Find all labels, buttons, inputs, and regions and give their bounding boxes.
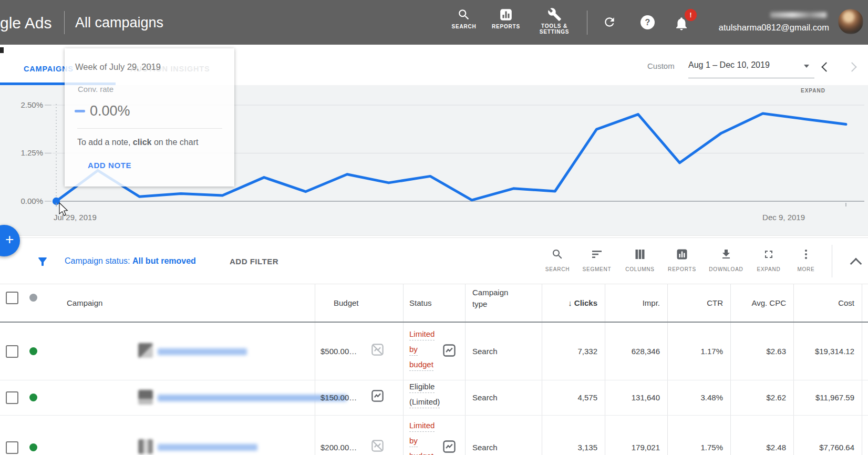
campaign-name-redacted[interactable] [158,444,257,451]
status-dot-filter[interactable] [29,294,37,302]
col-divider [793,284,794,455]
filterbar-bottom-border [0,284,868,284]
col-divider [542,284,542,455]
status-cell[interactable]: Limited by budget [409,421,435,455]
topbar-tools-label-2: SETTINGS [533,29,575,35]
avatar[interactable] [838,9,863,34]
series-swatch-icon [75,110,85,112]
col-header-campaign-type[interactable]: Campaign type [472,287,508,310]
budget-value[interactable]: $500.00… [321,347,357,356]
reports-icon [499,8,513,22]
account-name-redacted [770,12,826,18]
daterange-prev-icon[interactable] [821,62,831,71]
download-icon [720,248,732,261]
columns-button[interactable]: COLUMNS [620,248,660,272]
y-tick-label-bottom: 0.00% [5,197,43,205]
budget-history-icon-disabled[interactable] [370,439,385,453]
col-header-campaign[interactable]: Campaign [67,298,102,307]
status-cell[interactable]: Eligible (Limited) [409,382,440,408]
status-cell[interactable]: Limited by budget [409,329,435,371]
col-header-budget[interactable]: Budget [334,298,359,307]
cpc-value: $2.48 [730,443,786,452]
page-title: All campaigns [75,15,163,31]
budget-history-icon-disabled[interactable] [370,343,385,357]
daterange-next-icon[interactable] [847,62,856,71]
x-axis-label-start: Jul 29, 2019 [54,213,97,222]
row-checkbox[interactable] [6,441,18,454]
add-note-button[interactable]: ADD NOTE [88,161,131,170]
x-axis-label-end: Dec 9, 2019 [726,213,805,222]
more-button[interactable]: MORE [786,248,826,272]
campaign-icon-redacted [138,343,153,358]
ctr-value: 3.48% [667,393,723,402]
campaign-type: Search [472,443,498,452]
campaign-name-redacted[interactable] [158,348,247,355]
header-bottom-border [0,322,868,323]
plus-icon: + [5,231,14,248]
table-search-button[interactable]: SEARCH [538,248,577,272]
col-divider [465,284,466,455]
topbar-reports-button[interactable]: REPORTS [485,8,527,29]
col-header-avg-cpc[interactable]: Avg. CPC [730,298,786,307]
campaign-name-redacted[interactable] [158,395,347,401]
row-checkbox[interactable] [6,345,18,358]
clicks-value: 4,575 [542,393,597,402]
cost-value: $19,314.12 [793,347,854,356]
download-button[interactable]: DOWNLOAD [706,248,746,272]
avatar-photo [838,9,863,34]
sort-arrow-icon: ↓ [568,298,572,307]
col-header-status[interactable]: Status [409,298,432,307]
col-divider [605,284,605,455]
chart-expand-button[interactable]: EXPAND [801,88,825,94]
refresh-icon[interactable] [603,15,616,29]
campaign-status-filter[interactable]: Campaign status: All but removed [65,256,196,266]
col-divider [667,284,668,455]
expand-table-button[interactable]: EXPAND [749,248,789,272]
topbar-tools-settings-button[interactable]: TOOLS & SETTINGS [533,7,575,35]
daterange-caret-icon[interactable] [804,65,809,68]
row-divider [0,380,868,380]
select-all-checkbox[interactable] [6,292,18,304]
row-status-dot [29,443,37,451]
chart-hover-tooltip: Week of July 29, 2019 Conv. rate 0.00% T… [65,48,234,187]
cost-value: $7,760.64 [793,443,854,452]
add-filter-button[interactable]: ADD FILTER [230,257,278,266]
col-header-impr[interactable]: Impr. [605,298,660,307]
budget-value[interactable]: $150.00… [321,393,357,402]
daterange-value[interactable]: Aug 1 – Dec 10, 2019 [688,60,770,70]
brand-logo: gle Ads [0,14,51,32]
status-history-icon[interactable] [442,439,457,454]
col-header-clicks[interactable]: ↓ Clicks [542,298,597,307]
col-header-ctr[interactable]: CTR [667,298,723,307]
tooltip-metric-value: 0.00% [90,103,130,119]
budget-value[interactable]: $200.00… [321,443,357,452]
table-reports-button[interactable]: REPORTS [662,248,702,272]
brand-divider [64,11,65,34]
campaign-icon-redacted [138,390,153,405]
filter-funnel-icon[interactable] [36,255,49,268]
topbar-tools-label-1: TOOLS & [533,23,575,29]
account-email: atulsharma0812@gmail.com [673,23,829,33]
col-header-cost[interactable]: Cost [793,298,854,307]
reports-icon [676,248,688,261]
segment-button[interactable]: SEGMENT [577,248,617,272]
row-status-dot [29,347,37,355]
cost-value: $11,967.59 [793,393,854,402]
toolbar-divider [832,245,832,277]
collapse-chevron-icon[interactable] [850,258,862,270]
clicks-value: 3,135 [542,443,597,452]
topbar-search-button[interactable]: SEARCH [443,8,485,29]
google-ads-app: gle Ads All campaigns SEARCH REPORTS [0,0,868,455]
daterange-preset: Custom [647,61,675,70]
budget-history-icon[interactable] [370,389,385,403]
clicks-value: 7,332 [542,347,597,356]
row-checkbox[interactable] [6,391,18,404]
expand-icon [762,248,775,261]
topbar-search-label: SEARCH [443,24,485,29]
status-history-icon[interactable] [442,343,457,358]
question-mark-icon: ? [645,18,650,27]
search-icon [457,8,471,22]
y-tick-label-mid: 1.25% [5,148,43,157]
y-tick-label-top: 2.50% [5,100,43,109]
help-button[interactable]: ? [640,15,655,29]
